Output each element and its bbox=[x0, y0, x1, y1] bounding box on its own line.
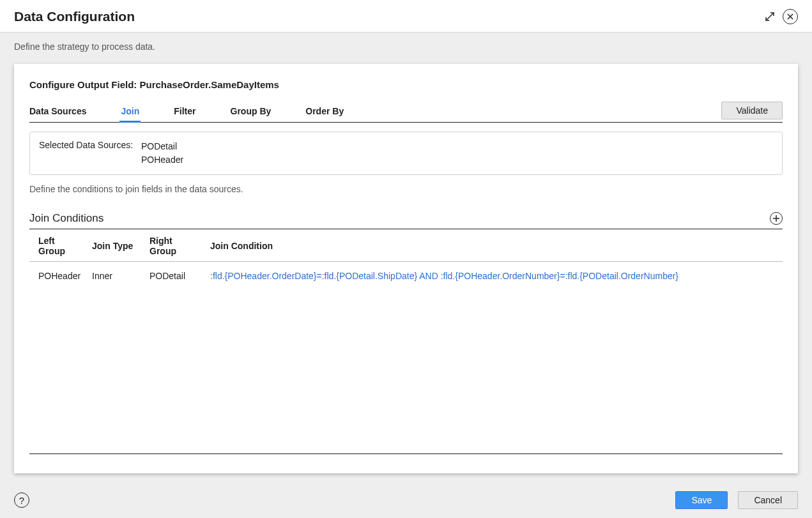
cell-join-type: Inner bbox=[87, 262, 144, 291]
join-instructions: Define the conditions to join fields in … bbox=[29, 184, 783, 194]
dialog-subheader: Define the strategy to process data. bbox=[0, 33, 812, 52]
tabs-row: Data Sources Join Filter Group By Order … bbox=[29, 102, 783, 123]
expand-icon[interactable] bbox=[762, 9, 778, 24]
dialog-header: Data Configuration bbox=[0, 0, 812, 33]
save-button[interactable]: Save bbox=[675, 491, 728, 509]
cell-left-group: POHeader bbox=[29, 262, 87, 291]
add-condition-icon[interactable] bbox=[770, 212, 783, 225]
panel-title: Configure Output Field: PurchaseOrder.Sa… bbox=[29, 79, 783, 90]
col-right-group: Right Group bbox=[144, 229, 205, 262]
validate-button[interactable]: Validate bbox=[721, 102, 783, 119]
table-row[interactable]: POHeader Inner PODetail :fld.{POHeader.O… bbox=[29, 262, 783, 291]
tab-group-by[interactable]: Group By bbox=[231, 102, 272, 121]
config-panel: Configure Output Field: PurchaseOrder.Sa… bbox=[14, 64, 798, 473]
selected-source-item: POHeader bbox=[141, 153, 183, 167]
selected-sources-box: Selected Data Sources: PODetail POHeader bbox=[29, 132, 783, 175]
col-join-type: Join Type bbox=[87, 229, 144, 262]
help-icon[interactable]: ? bbox=[14, 492, 29, 508]
selected-source-item: PODetail bbox=[141, 140, 183, 153]
panel-title-prefix: Configure Output Field: bbox=[29, 79, 139, 90]
join-conditions-title: Join Conditions bbox=[29, 212, 770, 225]
table-header-row: Left Group Join Type Right Group Join Co… bbox=[29, 229, 783, 262]
tab-order-by[interactable]: Order By bbox=[305, 102, 344, 121]
selected-sources-list: PODetail POHeader bbox=[141, 140, 183, 167]
dialog-footer: ? Save Cancel bbox=[14, 491, 798, 509]
join-conditions-header: Join Conditions bbox=[29, 212, 783, 229]
panel-bottom-rule bbox=[29, 453, 783, 454]
cell-right-group: PODetail bbox=[144, 262, 205, 291]
col-left-group: Left Group bbox=[29, 229, 87, 262]
close-icon[interactable] bbox=[783, 9, 798, 24]
tab-filter[interactable]: Filter bbox=[174, 102, 195, 121]
tab-join[interactable]: Join bbox=[121, 102, 139, 121]
panel-output-field: PurchaseOrder.SameDayItems bbox=[139, 79, 279, 90]
dialog-title: Data Configuration bbox=[14, 9, 757, 24]
join-conditions-table: Left Group Join Type Right Group Join Co… bbox=[29, 229, 783, 290]
col-join-condition: Join Condition bbox=[205, 229, 783, 262]
selected-sources-label: Selected Data Sources: bbox=[39, 140, 141, 167]
cancel-button[interactable]: Cancel bbox=[738, 491, 798, 509]
cell-join-condition[interactable]: :fld.{POHeader.OrderDate}=:fld.{PODetail… bbox=[205, 262, 783, 291]
tab-data-sources[interactable]: Data Sources bbox=[29, 102, 86, 121]
